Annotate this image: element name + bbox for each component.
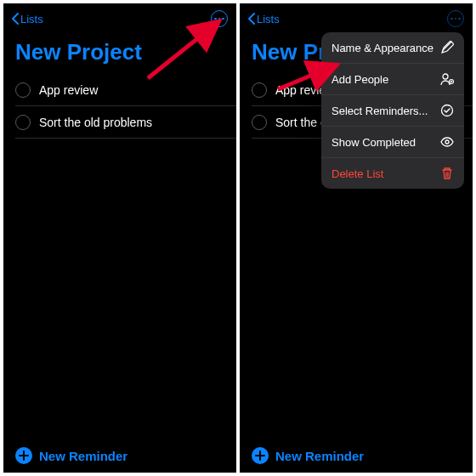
page-title: New Project bbox=[3, 34, 236, 74]
plus-icon bbox=[15, 447, 32, 464]
back-button[interactable]: Lists bbox=[248, 13, 280, 26]
menu-item-label: Delete List bbox=[332, 167, 383, 180]
more-button[interactable] bbox=[447, 10, 464, 27]
checkbox-circle[interactable] bbox=[15, 82, 31, 98]
eye-icon bbox=[440, 135, 454, 149]
plus-icon bbox=[252, 447, 269, 464]
back-button[interactable]: Lists bbox=[12, 13, 43, 26]
menu-item-label: Show Completed bbox=[332, 136, 416, 149]
ellipsis-icon bbox=[214, 18, 224, 20]
check-circle-icon bbox=[440, 104, 454, 117]
menu-item-label: Select Reminders... bbox=[332, 105, 428, 117]
trash-icon bbox=[440, 167, 454, 180]
checkbox-circle[interactable] bbox=[15, 115, 31, 130]
more-button[interactable] bbox=[211, 10, 228, 27]
menu-item-delete-list[interactable]: Delete List bbox=[321, 158, 464, 189]
menu-item-label: Name & Appearance bbox=[332, 42, 434, 54]
pencil-icon bbox=[440, 41, 454, 54]
new-reminder-label: New Reminder bbox=[39, 449, 128, 463]
navbar: Lists bbox=[240, 3, 473, 34]
context-menu: Name & Appearance Add People Select Remi… bbox=[321, 32, 464, 189]
menu-item-name-appearance[interactable]: Name & Appearance bbox=[321, 32, 464, 64]
menu-item-label: Add People bbox=[332, 73, 388, 86]
screen-right: Lists New Proj App review Sort the old p… bbox=[240, 3, 473, 473]
ellipsis-icon bbox=[450, 18, 461, 20]
svg-point-4 bbox=[445, 140, 449, 144]
screen-left: Lists New Project App review Sort the ol… bbox=[3, 3, 236, 473]
back-label: Lists bbox=[20, 13, 43, 26]
navbar: Lists bbox=[3, 3, 236, 34]
menu-item-select-reminders[interactable]: Select Reminders... bbox=[321, 95, 464, 127]
checkbox-circle[interactable] bbox=[252, 115, 267, 130]
new-reminder-button[interactable]: New Reminder bbox=[252, 447, 364, 464]
back-label: Lists bbox=[257, 13, 280, 26]
new-reminder-button[interactable]: New Reminder bbox=[15, 447, 128, 464]
svg-point-1 bbox=[443, 74, 448, 79]
chevron-left-icon bbox=[12, 13, 19, 25]
item-label: Sort the old problems bbox=[39, 116, 152, 129]
checkbox-circle[interactable] bbox=[252, 82, 267, 98]
item-label: App review bbox=[39, 83, 98, 97]
menu-item-show-completed[interactable]: Show Completed bbox=[321, 127, 464, 158]
list-item[interactable]: Sort the old problems bbox=[15, 106, 236, 139]
person-add-icon bbox=[440, 72, 454, 86]
chevron-left-icon bbox=[248, 13, 255, 25]
reminder-list: App review Sort the old problems bbox=[3, 74, 236, 139]
menu-item-add-people[interactable]: Add People bbox=[321, 64, 464, 95]
new-reminder-label: New Reminder bbox=[275, 449, 364, 463]
list-item[interactable]: App review bbox=[15, 74, 236, 106]
